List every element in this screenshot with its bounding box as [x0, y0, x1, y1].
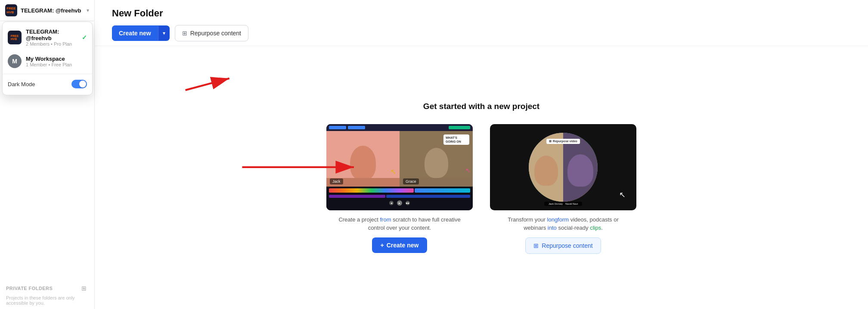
workspace-dropdown: FREEHVB TELEGRAM: @freehvb 2 Members • P…: [2, 22, 93, 95]
main-body: Get started with a new project: [95, 46, 868, 309]
repurpose-mockup: ⊞ Repurpose video Jack Dorsey Navid Navi…: [490, 124, 636, 210]
header-actions: Create new ▾ ⊞ Repurpose content: [112, 25, 851, 41]
workspace-item-telegram[interactable]: FREEHVB TELEGRAM: @freehvb 2 Members • P…: [3, 25, 92, 50]
plus-icon: +: [381, 242, 384, 249]
repurpose-label-text: Repurpose video: [553, 140, 577, 143]
repurpose-video-label: ⊞ Repurpose video: [546, 139, 580, 144]
main-content: New Folder Create new ▾ ⊞ Repurpose cont…: [95, 0, 868, 309]
add-folder-button[interactable]: ⊞: [80, 284, 88, 293]
workspace-meta-my: 1 Member • Free Plan: [26, 62, 87, 67]
create-new-main-button[interactable]: Create new: [112, 25, 158, 41]
create-new-button-group: Create new ▾: [112, 25, 170, 41]
workspace-info-my: My Workspace 1 Member • Free Plan: [26, 56, 87, 67]
create-card-description: Create a project from scratch to have fu…: [335, 215, 464, 232]
workspace-name-my: My Workspace: [26, 56, 87, 62]
private-folders-section: Private Folders ⊞: [0, 280, 94, 294]
workspace-selector[interactable]: FREEHVB TELEGRAM: @freehvb ▾: [0, 0, 94, 21]
workspace-logo: FREEHVB: [5, 4, 17, 16]
card-create-label: Create new: [387, 242, 419, 249]
yellow-cursor-icon: ↖: [391, 168, 396, 176]
video-timeline: ◀ ▶ ▶▶: [326, 187, 473, 210]
repurpose-name-right: Navid Navi: [565, 203, 578, 205]
create-project-thumbnail: Jack ↖ WHAT'S GOING ON Grace ↖: [326, 124, 473, 210]
repurpose-project-card: ⊞ Repurpose video Jack Dorsey Navid Navi…: [490, 124, 636, 254]
workspace-name-telegram: TELEGRAM: @freehvb: [26, 28, 78, 41]
video-panel-right: WHAT'S GOING ON Grace ↖: [400, 131, 473, 187]
toggle-knob: [79, 81, 86, 87]
private-folders-label: Private Folders: [6, 286, 53, 291]
main-header: New Folder Create new ▾ ⊞ Repurpose cont…: [95, 0, 868, 46]
private-folders-desc: Projects in these folders are only acces…: [0, 294, 94, 309]
card-repurpose-label: Repurpose content: [542, 242, 592, 249]
card-create-new-button[interactable]: + Create new: [372, 237, 428, 253]
workspace-logo-telegram: FREEHVB: [8, 31, 22, 44]
dropdown-divider: [3, 74, 92, 74]
project-cards: Jack ↖ WHAT'S GOING ON Grace ↖: [326, 124, 636, 254]
repurpose-card-description: Transform your longform videos, podcasts…: [499, 215, 628, 232]
workspace-item-my[interactable]: M My Workspace 1 Member • Free Plan: [3, 50, 92, 72]
workspace-avatar-my: M: [8, 54, 22, 68]
repurpose-icon: ⊞: [182, 30, 187, 37]
workspace-name: TELEGRAM: @freehvb: [21, 7, 83, 14]
repurpose-names-bar: Jack Dorsey Navid Navi: [544, 202, 582, 206]
repurpose-name-left: Jack Dorsey: [549, 203, 563, 205]
workspace-meta-telegram: 2 Members • Pro Plan: [26, 41, 78, 47]
card-repurpose-button[interactable]: ⊞ Repurpose content: [525, 237, 601, 254]
pink-cursor-icon: ↖: [465, 167, 471, 174]
create-new-dropdown-button[interactable]: ▾: [158, 26, 170, 41]
grace-label: Grace: [403, 178, 419, 184]
repurpose-content-button[interactable]: ⊞ Repurpose content: [175, 25, 248, 41]
dark-mode-row: Dark Mode: [3, 76, 92, 92]
jack-label: Jack: [330, 178, 343, 184]
sidebar: FREEHVB TELEGRAM: @freehvb ▾ FREEHVB TEL…: [0, 0, 95, 309]
video-panel-left: Jack ↖: [326, 131, 400, 187]
create-project-card: Jack ↖ WHAT'S GOING ON Grace ↖: [326, 124, 473, 253]
repurpose-label-icon: ⊞: [549, 140, 552, 143]
dark-mode-toggle[interactable]: [71, 80, 87, 88]
repurpose-project-thumbnail: ⊞ Repurpose video Jack Dorsey Navid Navi…: [490, 124, 636, 210]
repurpose-label: Repurpose content: [190, 30, 241, 37]
chevron-down-icon: ▾: [87, 7, 89, 13]
dark-mode-label: Dark Mode: [8, 81, 67, 87]
speech-bubble: WHAT'S GOING ON: [443, 134, 469, 145]
get-started-title: Get started with a new project: [423, 102, 539, 111]
white-cursor-icon: ↖: [619, 190, 626, 200]
video-panels: Jack ↖ WHAT'S GOING ON Grace ↖: [326, 131, 473, 187]
workspace-selected-check: ✓: [82, 34, 87, 41]
page-title: New Folder: [112, 8, 851, 19]
video-editor-mockup: Jack ↖ WHAT'S GOING ON Grace ↖: [326, 124, 473, 210]
workspace-info-telegram: TELEGRAM: @freehvb 2 Members • Pro Plan: [26, 28, 78, 47]
repurpose-card-icon: ⊞: [533, 242, 539, 249]
svg-line-2: [186, 78, 229, 90]
